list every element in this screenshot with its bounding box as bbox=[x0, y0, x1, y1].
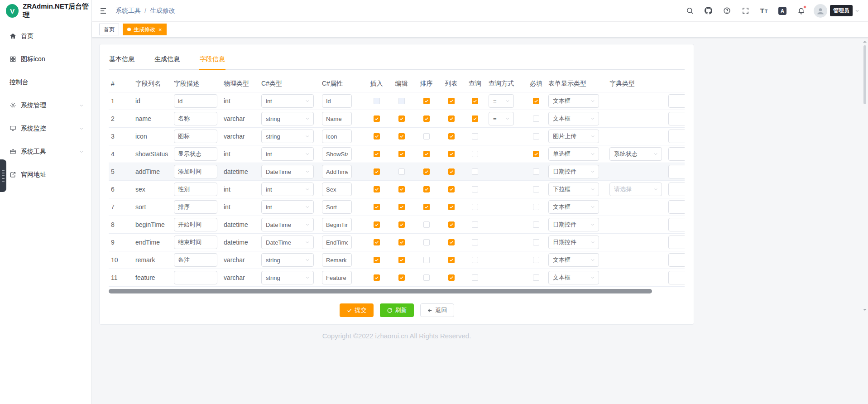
sort-checkbox[interactable] bbox=[423, 186, 430, 192]
fullscreen-icon[interactable] bbox=[741, 6, 750, 15]
extra-input[interactable] bbox=[668, 94, 685, 108]
sidebar-item-console[interactable]: 控制台 bbox=[0, 71, 91, 94]
field-desc-input[interactable] bbox=[174, 183, 217, 196]
list-checkbox[interactable] bbox=[448, 239, 455, 245]
field-desc-input[interactable] bbox=[174, 94, 217, 108]
query-checkbox[interactable] bbox=[472, 257, 478, 263]
field-desc-input[interactable] bbox=[174, 218, 217, 231]
insert-checkbox[interactable] bbox=[374, 133, 380, 139]
csharp-type-select[interactable]: DateTime bbox=[261, 218, 314, 231]
translate-icon[interactable]: A bbox=[778, 6, 787, 15]
display-type-select[interactable]: 下拉框 bbox=[548, 183, 599, 196]
edit-checkbox[interactable] bbox=[398, 257, 405, 263]
extra-input[interactable] bbox=[668, 253, 685, 267]
required-checkbox[interactable] bbox=[533, 204, 539, 210]
back-button[interactable]: 返回 bbox=[420, 303, 454, 317]
vertical-scrollbar[interactable] bbox=[863, 39, 867, 313]
display-type-select[interactable]: 图片上传 bbox=[548, 130, 599, 143]
horizontal-scrollbar-thumb[interactable] bbox=[109, 289, 652, 293]
help-icon[interactable] bbox=[722, 6, 731, 15]
scroll-up-icon[interactable] bbox=[863, 39, 867, 43]
breadcrumb-item[interactable]: 系统工具 bbox=[115, 7, 141, 15]
field-desc-input[interactable] bbox=[174, 165, 217, 178]
submit-button[interactable]: 提交 bbox=[340, 303, 374, 317]
edit-checkbox[interactable] bbox=[398, 204, 405, 210]
insert-checkbox[interactable] bbox=[374, 257, 380, 263]
csharp-attr-input[interactable] bbox=[322, 253, 352, 267]
required-checkbox[interactable] bbox=[533, 168, 539, 175]
insert-checkbox[interactable] bbox=[374, 151, 380, 157]
search-icon[interactable] bbox=[685, 6, 694, 15]
display-type-select[interactable]: 文本框 bbox=[548, 253, 599, 267]
display-type-select[interactable]: 单选框 bbox=[548, 147, 599, 161]
sidebar-item-system-monitor[interactable]: 系统监控 bbox=[0, 117, 91, 140]
required-checkbox[interactable] bbox=[533, 274, 539, 281]
font-size-icon[interactable]: TT bbox=[759, 6, 768, 15]
dict-type-select[interactable]: 请选择 bbox=[609, 183, 662, 196]
field-desc-input[interactable] bbox=[174, 147, 217, 161]
display-type-select[interactable]: 日期控件 bbox=[548, 218, 599, 231]
csharp-type-select[interactable]: int bbox=[261, 147, 314, 161]
refresh-button[interactable]: 刷新 bbox=[380, 303, 414, 317]
extra-input[interactable] bbox=[668, 183, 685, 196]
dict-type-select[interactable]: 系统状态 bbox=[609, 147, 662, 161]
sort-checkbox[interactable] bbox=[423, 133, 430, 139]
query-checkbox[interactable] bbox=[472, 204, 478, 210]
extra-input[interactable] bbox=[668, 112, 685, 125]
csharp-type-select[interactable]: string bbox=[261, 130, 314, 143]
horizontal-scrollbar[interactable] bbox=[109, 289, 686, 293]
display-type-select[interactable]: 文本框 bbox=[548, 94, 599, 108]
display-type-select[interactable]: 文本框 bbox=[548, 200, 599, 214]
query-checkbox[interactable] bbox=[472, 239, 478, 245]
edit-checkbox[interactable] bbox=[398, 186, 405, 192]
csharp-attr-input[interactable] bbox=[322, 112, 352, 125]
extra-input[interactable] bbox=[668, 147, 685, 161]
list-checkbox[interactable] bbox=[448, 151, 455, 157]
sort-checkbox[interactable] bbox=[423, 115, 430, 122]
scroll-down-icon[interactable] bbox=[863, 309, 867, 313]
required-checkbox[interactable] bbox=[533, 186, 539, 192]
github-icon[interactable] bbox=[704, 6, 713, 15]
user-name[interactable]: 管理员 bbox=[830, 5, 853, 16]
fold-menu-icon[interactable] bbox=[97, 5, 109, 17]
sort-checkbox[interactable] bbox=[423, 204, 430, 210]
field-desc-input[interactable] bbox=[174, 253, 217, 267]
csharp-type-select[interactable]: string bbox=[261, 112, 314, 125]
list-checkbox[interactable] bbox=[448, 133, 455, 139]
extra-input[interactable] bbox=[668, 218, 685, 231]
extra-input[interactable] bbox=[668, 271, 685, 284]
insert-checkbox[interactable] bbox=[374, 168, 380, 175]
csharp-attr-input[interactable] bbox=[322, 147, 352, 161]
list-checkbox[interactable] bbox=[448, 221, 455, 228]
required-checkbox[interactable] bbox=[533, 98, 539, 104]
field-desc-input[interactable] bbox=[174, 130, 217, 143]
list-checkbox[interactable] bbox=[448, 274, 455, 281]
query-checkbox[interactable] bbox=[472, 186, 478, 192]
tag-generate-edit[interactable]: 生成修改× bbox=[123, 24, 167, 35]
display-type-select[interactable]: 日期控件 bbox=[548, 236, 599, 249]
required-checkbox[interactable] bbox=[533, 239, 539, 245]
csharp-attr-input[interactable] bbox=[322, 183, 352, 196]
extra-input[interactable] bbox=[668, 165, 685, 178]
avatar[interactable] bbox=[814, 4, 827, 18]
csharp-attr-input[interactable] bbox=[322, 200, 352, 214]
vertical-scrollbar-thumb[interactable] bbox=[863, 45, 866, 104]
list-checkbox[interactable] bbox=[448, 204, 455, 210]
edit-checkbox[interactable] bbox=[398, 239, 405, 245]
csharp-type-select[interactable]: DateTime bbox=[261, 165, 314, 178]
list-checkbox[interactable] bbox=[448, 115, 455, 122]
required-checkbox[interactable] bbox=[533, 115, 539, 122]
csharp-attr-input[interactable] bbox=[322, 271, 352, 284]
edit-checkbox[interactable] bbox=[398, 115, 405, 122]
csharp-type-select[interactable]: DateTime bbox=[261, 236, 314, 249]
insert-checkbox[interactable] bbox=[374, 221, 380, 228]
field-desc-input[interactable] bbox=[174, 200, 217, 214]
sort-checkbox[interactable] bbox=[423, 257, 430, 263]
extra-input[interactable] bbox=[668, 200, 685, 214]
required-checkbox[interactable] bbox=[533, 257, 539, 263]
edit-checkbox[interactable] bbox=[398, 274, 405, 281]
close-icon[interactable]: × bbox=[158, 27, 162, 33]
sort-checkbox[interactable] bbox=[423, 274, 430, 281]
csharp-type-select[interactable]: string bbox=[261, 271, 314, 284]
csharp-attr-input[interactable] bbox=[322, 94, 352, 108]
